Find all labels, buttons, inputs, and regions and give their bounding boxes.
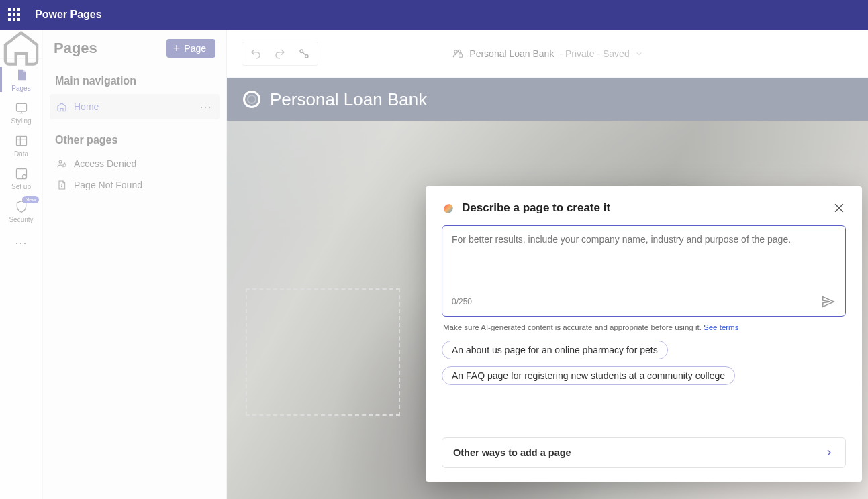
rail-item-security[interactable]: New Security xyxy=(0,195,43,227)
close-button[interactable] xyxy=(832,201,846,215)
prompt-input[interactable] xyxy=(452,234,836,288)
pages-panel: Pages + Page Main navigation Home ⋯ Othe… xyxy=(43,30,227,499)
copilot-create-page-dialog: Describe a page to create it 0/250 Make … xyxy=(426,186,862,482)
rail-label: Data xyxy=(14,150,28,158)
ai-disclaimer: Make sure AI-generated content is accura… xyxy=(443,323,845,331)
svg-rect-5 xyxy=(63,164,66,166)
rail-label: Set up xyxy=(11,183,31,190)
left-rail: Pages Styling Data Set up New Security ⋯ xyxy=(0,30,43,499)
tree-label: Home xyxy=(74,101,99,112)
other-ways-label: Other ways to add a page xyxy=(453,447,571,458)
svg-rect-0 xyxy=(16,103,26,111)
copilot-icon xyxy=(442,201,455,215)
svg-rect-2 xyxy=(16,169,26,179)
svg-point-4 xyxy=(59,160,62,163)
tree-label: Page Not Found xyxy=(74,180,142,190)
add-page-button[interactable]: + Page xyxy=(166,39,215,58)
app-title: Power Pages xyxy=(35,9,102,21)
rail-item-setup[interactable]: Set up xyxy=(0,162,43,195)
home-icon xyxy=(0,25,42,68)
suggestion-chip[interactable]: An FAQ page for registering new students… xyxy=(442,366,735,385)
tree-item-more[interactable]: ⋯ xyxy=(199,99,213,114)
rail-label: Security xyxy=(9,216,33,223)
send-button[interactable] xyxy=(821,294,836,309)
section-main-nav: Main navigation xyxy=(50,71,220,94)
home-icon xyxy=(56,101,67,112)
rail-label: Styling xyxy=(11,117,31,125)
rail-item-pages[interactable]: Pages xyxy=(0,63,43,96)
page-icon xyxy=(15,68,28,82)
rail-label: Pages xyxy=(11,85,30,92)
styling-icon xyxy=(15,101,28,115)
plus-icon: + xyxy=(173,44,181,53)
tree-label: Access Denied xyxy=(74,158,136,169)
char-counter: 0/250 xyxy=(452,297,472,307)
tree-item-home[interactable]: Home ⋯ xyxy=(50,94,220,119)
rail-more[interactable]: ⋯ xyxy=(15,230,28,256)
rail-item-data[interactable]: Data xyxy=(0,129,43,162)
tree-item-page-not-found[interactable]: Page Not Found xyxy=(50,174,220,196)
page-warning-icon xyxy=(56,180,67,190)
new-badge: New xyxy=(22,196,38,203)
tree-item-access-denied[interactable]: Access Denied xyxy=(50,153,220,174)
svg-point-3 xyxy=(22,175,26,178)
add-page-label: Page xyxy=(184,43,206,54)
chevron-right-icon xyxy=(824,447,834,458)
rail-home[interactable] xyxy=(0,35,42,59)
svg-point-6 xyxy=(61,186,62,186)
rail-item-styling[interactable]: Styling xyxy=(0,96,43,129)
prompt-box: 0/250 xyxy=(442,225,846,317)
data-icon xyxy=(15,134,28,148)
app-header: Power Pages xyxy=(0,0,868,30)
section-other-pages: Other pages xyxy=(50,130,220,153)
person-lock-icon xyxy=(56,158,67,169)
waffle-icon[interactable] xyxy=(8,8,21,21)
dialog-title: Describe a page to create it xyxy=(462,201,610,215)
suggestion-chip[interactable]: An about us page for an online pharmacy … xyxy=(442,341,668,359)
other-ways-button[interactable]: Other ways to add a page xyxy=(442,437,846,468)
panel-title: Pages xyxy=(54,40,97,57)
see-terms-link[interactable]: See terms xyxy=(704,323,738,331)
setup-icon xyxy=(15,167,28,180)
svg-rect-1 xyxy=(16,136,26,145)
